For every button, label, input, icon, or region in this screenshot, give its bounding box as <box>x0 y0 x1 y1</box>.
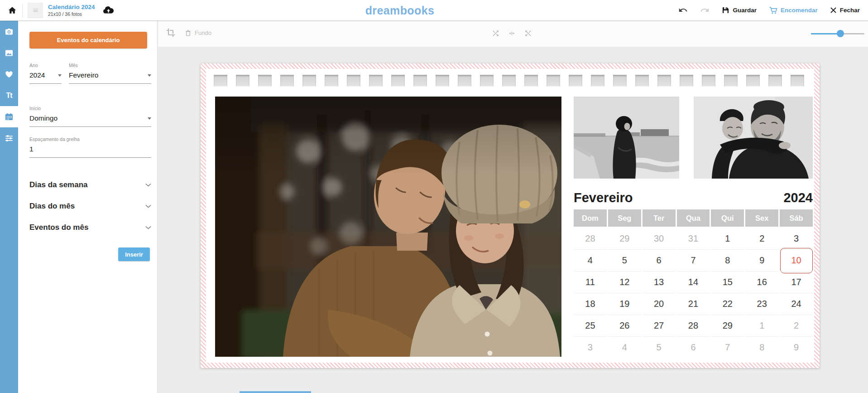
calendar-day-cell: 28 <box>574 228 607 249</box>
grid-spacing-value: 1 <box>29 145 34 153</box>
calendar-day-cell: 8 <box>745 336 778 358</box>
binding-hole <box>791 75 804 87</box>
calendar-day-cell: 14 <box>677 271 710 293</box>
project-thumbnail <box>28 3 43 18</box>
rail-item-photos[interactable] <box>0 21 18 42</box>
calendar-day-cell: 13 <box>643 271 676 293</box>
upload-sync-button[interactable] <box>102 5 114 15</box>
binding-hole <box>702 75 715 87</box>
editor-canvas: Fevereiro 2024 DomSegTerQuaQuiSexSáb 282… <box>158 47 868 393</box>
chevron-down-icon <box>145 226 151 229</box>
calendar-day-cell: 4 <box>608 336 641 358</box>
shuffle-mirrored-icon <box>524 29 532 38</box>
year-select[interactable]: Ano 2024 <box>29 63 62 84</box>
project-title: Calendário 2024 <box>48 4 95 11</box>
weekday-cell: Dom <box>574 209 607 227</box>
zoom-slider-thumb[interactable] <box>837 30 844 37</box>
swap-horizontal-button[interactable] <box>508 29 516 38</box>
binding-hole <box>480 75 494 87</box>
redo-icon <box>700 5 710 15</box>
grid-spacing-input[interactable]: Espaçamento da grelha 1 <box>29 136 151 158</box>
calendar-day-cell: 30 <box>643 228 676 249</box>
home-icon <box>7 5 17 15</box>
calendar-day-cell: 25 <box>574 315 607 336</box>
zoom-slider[interactable] <box>811 30 864 37</box>
rail-item-layouts[interactable] <box>0 42 18 63</box>
binding-hole <box>657 75 671 87</box>
home-button[interactable] <box>7 5 17 15</box>
month-select[interactable]: Mês Fevereiro <box>69 63 151 84</box>
divider <box>22 4 23 17</box>
calendar-day-cell: 24 <box>780 293 813 315</box>
binding-hole <box>325 75 338 87</box>
order-label: Encomendar <box>781 7 818 14</box>
section-label: Dias da semana <box>29 180 88 189</box>
main-photo[interactable] <box>215 97 561 357</box>
binding-hole <box>591 75 604 87</box>
caret-down-icon <box>58 74 62 77</box>
insert-button[interactable]: Inserir <box>118 247 150 261</box>
section-month-days[interactable]: Dias do mês <box>29 195 151 217</box>
save-icon <box>722 6 729 14</box>
rail-item-calendar[interactable] <box>0 106 18 127</box>
year-label: Ano <box>29 63 62 68</box>
calendar-day-cell: 1 <box>745 315 778 336</box>
sliders-icon <box>4 133 14 143</box>
binding-holes <box>214 75 804 87</box>
redo-button[interactable] <box>700 5 710 15</box>
calendar-day-cell: 21 <box>677 293 710 315</box>
calendar-day-cell: 16 <box>745 271 778 293</box>
save-button[interactable]: Guardar <box>722 6 757 14</box>
rail-item-settings[interactable] <box>0 127 18 149</box>
undo-icon <box>678 5 688 15</box>
section-month-events[interactable]: Eventos do mês <box>29 217 151 238</box>
zoom-slider-fill <box>811 33 840 34</box>
calendar-day-cell: 19 <box>608 293 641 315</box>
binding-hole <box>635 75 649 87</box>
week-start-select[interactable]: Início Domingo <box>29 106 151 127</box>
calendar-week-row: 45678910 <box>574 249 813 271</box>
rail-item-text[interactable]: Tt <box>0 85 18 106</box>
crop-button[interactable] <box>166 28 175 37</box>
order-button[interactable]: Encomendar <box>769 6 818 15</box>
section-label: Eventos do mês <box>29 223 88 232</box>
caret-down-icon <box>148 74 151 77</box>
close-button[interactable]: Fechar <box>830 7 860 14</box>
rail-item-favorites[interactable] <box>0 63 18 85</box>
delete-background-button[interactable]: Fundo <box>184 29 211 37</box>
couple-photo-illustration <box>694 97 813 179</box>
bottom-page-indicator[interactable] <box>240 391 311 393</box>
section-weekdays[interactable]: Dias da semana <box>29 174 151 195</box>
calendar-year-title: 2024 <box>783 190 813 205</box>
small-photo-1[interactable] <box>574 97 679 179</box>
calendar-grid-element[interactable]: Fevereiro 2024 DomSegTerQuaQuiSexSáb 282… <box>574 190 813 358</box>
calendar-day-cell: 29 <box>608 228 641 249</box>
grid-spacing-label: Espaçamento da grelha <box>29 136 151 142</box>
calendar-events-button[interactable]: Eventos do calendário <box>29 32 147 49</box>
binding-hole <box>746 75 760 87</box>
small-photo-2[interactable] <box>694 97 813 179</box>
chevron-down-icon <box>145 204 151 208</box>
binding-hole <box>302 75 316 87</box>
swap-horizontal-icon <box>508 29 516 38</box>
binding-hole <box>391 75 405 87</box>
calendar-day-cell: 18 <box>574 293 607 315</box>
calendar-page[interactable]: Fevereiro 2024 DomSegTerQuaQuiSexSáb 282… <box>201 63 820 368</box>
chevron-down-icon <box>145 183 151 187</box>
section-label: Dias do mês <box>29 202 75 211</box>
canvas-toolbar: Fundo <box>158 21 868 47</box>
image-icon <box>4 48 14 58</box>
shuffle-photos-button[interactable] <box>491 29 500 38</box>
calendar-day-cell: 2 <box>745 228 778 249</box>
main-photo-illustration <box>215 97 561 357</box>
week-start-label: Início <box>29 106 151 111</box>
binding-hole <box>724 75 738 87</box>
shuffle-icon <box>491 29 500 38</box>
calendar-day-cell: 3 <box>574 336 607 358</box>
calendar-day-cell: 9 <box>745 249 778 271</box>
binding-hole <box>258 75 272 87</box>
weekday-row: DomSegTerQuaQuiSexSáb <box>574 209 813 227</box>
calendar-day-cell: 17 <box>780 271 813 293</box>
undo-button[interactable] <box>678 5 688 15</box>
shuffle-layout-button[interactable] <box>524 29 532 38</box>
